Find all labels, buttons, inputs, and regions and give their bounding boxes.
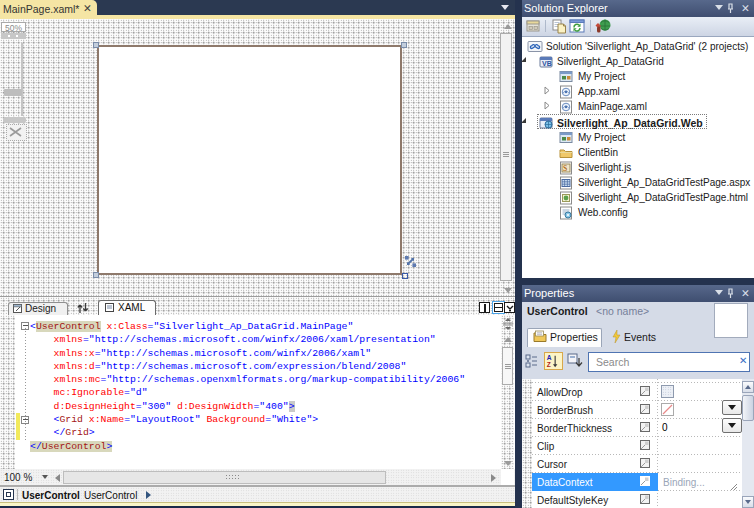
svg-text:S: S [563,164,567,173]
svg-text:A: A [547,354,552,361]
svg-text:VB: VB [542,60,552,67]
svg-text:Z: Z [547,361,551,368]
